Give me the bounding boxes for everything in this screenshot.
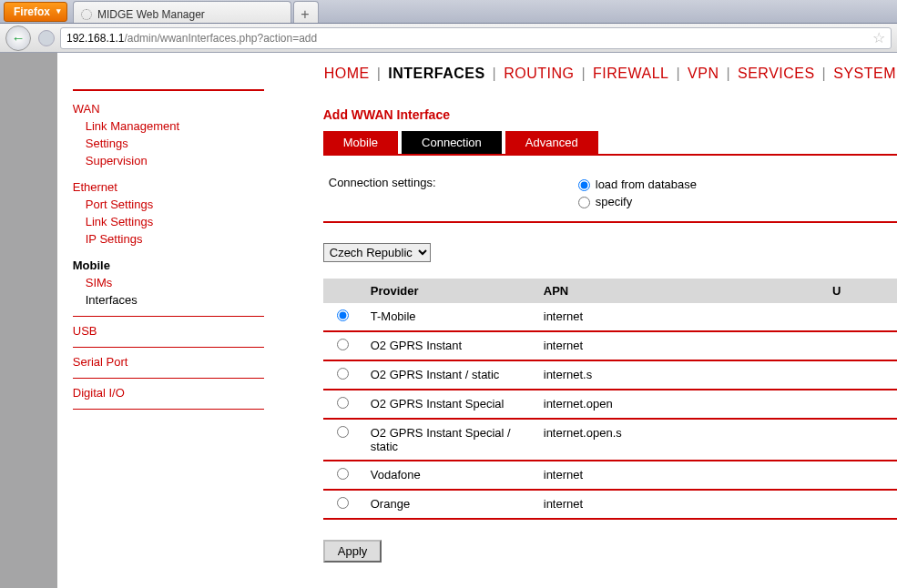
sidebar-item-link-settings[interactable]: Link Settings [73,213,264,230]
nav-vpn[interactable]: VPN [688,66,719,81]
provider-user [825,461,897,490]
firefox-menu-button[interactable]: Firefox [4,2,67,22]
provider-radio[interactable] [337,339,349,350]
sidebar-cat-usb[interactable]: USB [73,322,264,340]
sidebar-item-supervision[interactable]: Supervision [73,152,264,169]
provider-name: O2 GPRS Instant [363,331,536,360]
sidebar-nav: WAN Link Management Settings Supervision… [73,53,264,409]
provider-user [825,331,897,360]
new-tab-button[interactable]: + [293,1,319,23]
provider-name: T-Mobile [363,303,536,331]
nav-home[interactable]: HOME [324,66,370,81]
provider-apn: internet.s [536,360,825,390]
radio-load-database[interactable] [578,179,590,191]
url-path: /admin/wwanInterfaces.php?action=add [124,32,317,45]
tab-title: MIDGE Web Manager [97,8,205,21]
nav-sep: | [377,66,382,81]
nav-sep: | [822,66,827,81]
nav-sep: | [581,66,586,81]
tab-connection[interactable]: Connection [402,131,502,154]
loading-icon [81,9,92,20]
table-row: O2 GPRS Instant Specialinternet.open [323,390,897,419]
provider-user [825,419,897,461]
sidebar-cat-mobile[interactable]: Mobile [73,257,264,274]
nav-sep: | [726,66,730,81]
arrow-left-icon: ← [12,30,25,46]
sidebar-cat-serial[interactable]: Serial Port [73,353,264,370]
page-title: Add WWAN Interface [323,107,897,122]
provider-apn: internet [536,303,825,331]
table-row: Vodafoneinternet [323,461,897,490]
provider-user [825,303,897,331]
provider-name: Orange [363,490,536,519]
config-tabs: Mobile Connection Advanced [323,131,897,154]
provider-apn: internet.open.s [536,419,825,461]
provider-user [825,490,897,519]
provider-apn: internet [536,461,825,490]
opt-specify[interactable]: specify [578,193,697,210]
provider-name: O2 GPRS Instant Special [363,390,536,419]
provider-name: O2 GPRS Instant / static [363,360,536,390]
th-user: U [825,279,897,303]
provider-radio[interactable] [337,426,349,438]
table-row: O2 GPRS Instant Special / staticinternet… [323,419,897,461]
sidebar-cat-wan[interactable]: WAN [73,100,264,117]
tab-advanced[interactable]: Advanced [505,131,598,154]
provider-radio[interactable] [337,397,349,409]
table-row: O2 GPRS Instantinternet [323,331,897,360]
country-select[interactable]: Czech Republic [323,243,431,262]
sidebar-cat-digital-io[interactable]: Digital I/O [73,384,264,401]
provider-apn: internet [536,331,825,360]
bookmark-star-icon[interactable]: ☆ [872,29,885,46]
provider-user [825,390,897,419]
provider-name: Vodafone [363,461,536,490]
provider-radio[interactable] [337,468,349,480]
provider-apn: internet [536,490,825,519]
table-row: T-Mobileinternet [323,303,897,331]
address-bar[interactable]: 192.168.1.1/admin/wwanInterfaces.php?act… [60,27,892,49]
sidebar-item-ip-settings[interactable]: IP Settings [73,230,264,248]
radio-specify[interactable] [578,197,590,208]
tab-mobile[interactable]: Mobile [323,131,398,154]
provider-apn: internet.open [536,390,825,419]
connection-settings-label: Connection settings: [323,176,578,189]
provider-radio[interactable] [337,368,349,380]
th-radio [323,279,363,303]
top-nav: HOME | INTERFACES | ROUTING | FIREWALL |… [323,66,897,82]
nav-services[interactable]: SERVICES [738,66,815,81]
background-gutter [0,53,57,588]
provider-radio[interactable] [337,309,349,321]
sidebar-item-port-settings[interactable]: Port Settings [73,196,264,213]
nav-sep: | [676,66,680,81]
provider-table: Provider APN U T-MobileinternetO2 GPRS I… [323,279,897,520]
nav-firewall[interactable]: FIREWALL [593,66,668,81]
sidebar-item-link-management[interactable]: Link Management [73,117,264,135]
site-identity-icon[interactable] [38,30,55,46]
sidebar-item-settings[interactable]: Settings [73,135,264,152]
nav-system[interactable]: SYSTEM [833,66,896,81]
provider-user [825,360,897,390]
sidebar-cat-ethernet[interactable]: Ethernet [73,178,264,196]
opt-load-from-database[interactable]: load from database [578,176,697,193]
nav-routing[interactable]: ROUTING [504,66,574,81]
nav-interfaces[interactable]: INTERFACES [388,66,484,81]
back-button[interactable]: ← [5,25,31,51]
sidebar-item-interfaces[interactable]: Interfaces [73,291,264,309]
table-row: Orangeinternet [323,490,897,519]
th-provider: Provider [363,279,536,303]
provider-radio[interactable] [337,497,349,509]
url-host: 192.168.1.1 [66,32,124,45]
browser-tab[interactable]: MIDGE Web Manager [73,1,291,23]
sidebar-item-sims[interactable]: SIMs [73,274,264,291]
table-row: O2 GPRS Instant / staticinternet.s [323,360,897,390]
th-apn: APN [536,279,825,303]
nav-sep: | [493,66,497,81]
provider-name: O2 GPRS Instant Special / static [363,419,536,461]
page-margin [57,53,73,588]
apply-button[interactable]: Apply [323,540,382,563]
